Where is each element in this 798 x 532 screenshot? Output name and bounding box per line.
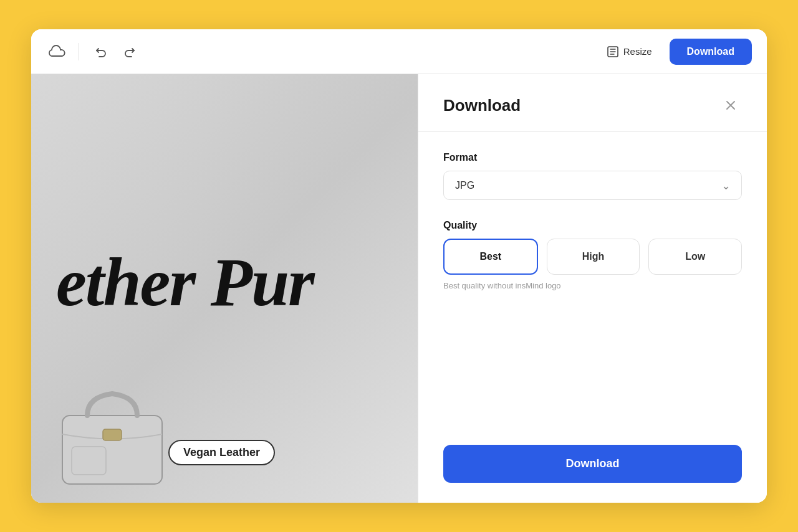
redo-button[interactable] (119, 40, 142, 63)
canvas-headline-text: ether Pur (56, 248, 314, 316)
quality-section: Quality Best High Low Best quality witho… (443, 220, 742, 290)
app-window: Resize Download ether Pur (31, 29, 767, 503)
resize-button[interactable]: Resize (597, 41, 662, 62)
toolbar-download-button[interactable]: Download (670, 39, 752, 65)
undo-icon (94, 45, 107, 58)
design-preview: ether Pur Vegan Leather (31, 74, 418, 503)
panel-title: Download (443, 96, 521, 115)
format-label: Format (443, 152, 742, 163)
quality-low-label: Low (685, 251, 705, 262)
format-section: Format JPG PNG PDF SVG (443, 152, 742, 200)
panel-download-button[interactable]: Download (443, 445, 742, 483)
quality-label: Quality (443, 220, 742, 231)
redo-icon (124, 45, 137, 58)
quality-hint: Best quality without insMind logo (443, 281, 742, 290)
svg-rect-2 (103, 429, 122, 440)
toolbar-divider (79, 43, 79, 60)
resize-icon (607, 46, 618, 57)
undo-button[interactable] (89, 40, 112, 63)
quality-best-label: Best (479, 251, 501, 262)
panel-body: Format JPG PNG PDF SVG Quality (418, 132, 767, 445)
toolbar-left (46, 40, 142, 63)
vegan-label: Vegan Leather (168, 440, 275, 465)
quality-buttons: Best High Low (443, 239, 742, 275)
bag-sketch-icon (50, 384, 175, 490)
panel-header: Download (418, 74, 767, 132)
format-select-wrapper: JPG PNG PDF SVG (443, 171, 742, 200)
canvas-area: ether Pur Vegan Leather (31, 74, 418, 503)
quality-btn-best[interactable]: Best (443, 239, 538, 275)
download-panel: Download Format JPG PNG PDF (418, 74, 767, 503)
close-icon (724, 99, 737, 112)
toolbar: Resize Download (31, 29, 767, 74)
quality-high-label: High (582, 251, 605, 262)
quality-btn-high[interactable]: High (547, 239, 640, 275)
close-panel-button[interactable] (719, 94, 742, 116)
resize-label: Resize (623, 46, 652, 57)
svg-rect-1 (62, 416, 162, 484)
quality-btn-low[interactable]: Low (648, 239, 742, 275)
logo-icon-btn[interactable] (46, 40, 69, 63)
panel-download-label: Download (566, 457, 620, 470)
format-select[interactable]: JPG PNG PDF SVG (443, 171, 742, 200)
main-content: ether Pur Vegan Leather (31, 74, 767, 503)
panel-footer: Download (418, 445, 767, 503)
cloud-icon (49, 44, 66, 59)
toolbar-download-label: Download (687, 46, 734, 57)
